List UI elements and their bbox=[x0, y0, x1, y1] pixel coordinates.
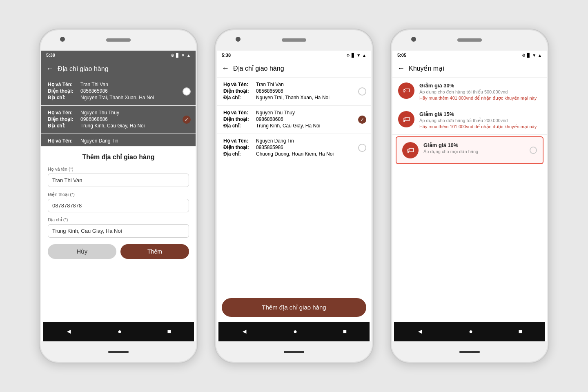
address-card-1-1[interactable]: Họ và Tên: Tran Thi Van Điện thoại: 0856… bbox=[41, 78, 196, 106]
label-name-1-1: Họ và Tên: bbox=[48, 82, 80, 87]
screen-3: 5:05 ⚙ ▊ ▼ ▲ ← Khuyến mại 🏷 Giảm bbox=[392, 51, 547, 341]
status-bar-2: 5:38 ⚙ ▊ ▼ ▲ bbox=[217, 51, 371, 60]
back-arrow-1[interactable]: ← bbox=[46, 65, 53, 73]
address-row-name-2-3: Họ và Tên: Nguyen Dang Tin bbox=[223, 138, 365, 144]
address-row-phone-1-2: Điện thoại: 0986868686 bbox=[48, 116, 189, 122]
label-addr-2-3: Địa chỉ: bbox=[223, 151, 256, 157]
nav-bar-3: ◄ ● ■ bbox=[394, 322, 545, 341]
address-row-addr-2-1: Địa chỉ: Nguyen Trai, Thanh Xuan, Ha Noi bbox=[223, 95, 365, 100]
nav-recent-2[interactable]: ■ bbox=[343, 328, 347, 335]
promo-title-3-3: Giảm giá 10% bbox=[423, 142, 530, 148]
radio-2-3[interactable] bbox=[358, 144, 366, 152]
home-indicator-3 bbox=[459, 351, 480, 353]
settings-icon-3: ⚙ bbox=[522, 53, 526, 58]
form-input-phone-1[interactable] bbox=[48, 199, 189, 212]
nav-recent-3[interactable]: ■ bbox=[519, 328, 523, 335]
form-input-name-1[interactable] bbox=[48, 174, 189, 187]
status-icons-2: ⚙ ▊ ▼ ▲ bbox=[346, 53, 366, 58]
value-name-2-1: Tran Thi Van bbox=[256, 82, 365, 87]
promo-item-3-2[interactable]: 🏷 Giảm giá 15% Áp dụng cho đơn hàng tối … bbox=[392, 106, 547, 135]
radio-1-2[interactable]: ✓ bbox=[183, 116, 191, 124]
home-indicator-1 bbox=[108, 351, 129, 353]
value-phone-1-2: 0986868686 bbox=[80, 116, 189, 122]
app-bar-1: ← Địa chỉ giao hàng bbox=[41, 60, 196, 78]
status-time-1: 5:39 bbox=[46, 53, 55, 58]
address-row-name-1-1: Họ và Tên: Tran Thi Van bbox=[48, 82, 189, 87]
radio-2-2[interactable]: ✓ bbox=[358, 116, 366, 124]
value-addr-2-3: Chuong Duong, Hoan Kiem, Ha Noi bbox=[256, 151, 365, 157]
phone-3: 5:05 ⚙ ▊ ▼ ▲ ← Khuyến mại 🏷 Giảm bbox=[390, 29, 549, 363]
form-input-addr-1[interactable] bbox=[48, 224, 189, 238]
address-card-1-2[interactable]: Họ và Tên: Nguyen Thu Thuy Điện thoại: 0… bbox=[41, 106, 196, 134]
address-card-2-2[interactable]: Họ và Tên: Nguyen Thu Thuy Điện thoại: 0… bbox=[217, 106, 371, 134]
label-phone-2-2: Điện thoại: bbox=[223, 116, 256, 122]
label-addr-1-1: Địa chỉ: bbox=[48, 95, 80, 100]
label-addr-1-2: Địa chỉ: bbox=[48, 123, 80, 129]
nav-recent-1[interactable]: ■ bbox=[167, 328, 172, 335]
form-label-addr-1: Địa chỉ (*) bbox=[48, 217, 189, 223]
radio-2-1[interactable] bbox=[358, 87, 366, 96]
app-bar-title-2: Địa chỉ giao hàng bbox=[233, 65, 284, 72]
promo-item-3-1[interactable]: 🏷 Giảm giá 30% Áp dụng cho đơn hàng tối … bbox=[392, 78, 547, 106]
label-addr-2-1: Địa chỉ: bbox=[223, 95, 256, 100]
address-row-addr-2-2: Địa chỉ: Trung Kinh, Cau Giay, Ha Noi bbox=[223, 123, 365, 129]
status-icons-3: ⚙ ▊ ▼ ▲ bbox=[522, 53, 542, 58]
address-card-2-3[interactable]: Họ và Tên: Nguyen Dang Tin Điện thoại: 0… bbox=[217, 134, 371, 162]
promo-icon-3-1: 🏷 bbox=[398, 82, 414, 99]
nav-back-3[interactable]: ◄ bbox=[417, 328, 423, 335]
label-name-2-3: Họ và Tên: bbox=[223, 138, 256, 144]
camera-2 bbox=[236, 37, 241, 42]
nav-back-2[interactable]: ◄ bbox=[241, 328, 248, 335]
nav-home-3[interactable]: ● bbox=[469, 328, 473, 335]
form-section-1: Thêm địa chỉ giao hàng Họ và tên (*) Điệ… bbox=[41, 147, 196, 265]
back-arrow-2[interactable]: ← bbox=[222, 64, 229, 73]
label-phone-1-1: Điện thoại: bbox=[48, 88, 80, 94]
promo-item-3-3[interactable]: 🏷 Giảm giá 10% Áp dụng cho mọi đơn hàng bbox=[396, 136, 543, 164]
settings-icon-2: ⚙ bbox=[346, 53, 350, 58]
address-card-2-1[interactable]: Họ và Tên: Tran Thi Van Điện thoại: 0856… bbox=[217, 78, 371, 106]
value-name-1-2: Nguyen Thu Thuy bbox=[80, 110, 189, 116]
nav-home-2[interactable]: ● bbox=[293, 328, 297, 335]
form-title-1: Thêm địa chỉ giao hàng bbox=[48, 153, 189, 161]
signal-icon-3: ▲ bbox=[538, 53, 542, 58]
nav-bar-2: ◄ ● ■ bbox=[218, 322, 370, 341]
phone-1: 5:39 ⚙ ▊ ▼ ▲ ← Địa chỉ giao hàng Họ và T… bbox=[39, 29, 198, 363]
promo-icon-3-3: 🏷 bbox=[402, 142, 419, 158]
status-icons-1: ⚙ ▊ ▼ ▲ bbox=[171, 53, 191, 58]
label-name-2-1: Họ và Tên: bbox=[223, 82, 256, 87]
app-bar-2: ← Địa chỉ giao hàng bbox=[217, 60, 371, 78]
promo-content-3-2: Giảm giá 15% Áp dụng cho đơn hàng tối th… bbox=[419, 111, 541, 129]
label-name-2-2: Họ và Tên: bbox=[223, 110, 256, 116]
address-row-phone-2-1: Điện thoại: 0856865986 bbox=[223, 88, 365, 94]
form-label-phone-1: Điện thoại (*) bbox=[48, 192, 189, 197]
nav-home-1[interactable]: ● bbox=[118, 328, 122, 335]
label-phone-2-3: Điện thoại: bbox=[223, 145, 256, 150]
value-phone-2-1: 0856865986 bbox=[256, 88, 365, 94]
speaker-1 bbox=[106, 38, 131, 42]
cancel-button-1[interactable]: Hủy bbox=[48, 244, 116, 259]
address-row-name-1-3: Họ và Tên: Nguyen Dang Tin bbox=[48, 138, 189, 144]
add-button-1[interactable]: Thêm bbox=[120, 244, 189, 259]
address-row-addr-1-1: Địa chỉ: Nguyen Trai, Thanh Xuan, Ha Noi bbox=[48, 95, 189, 100]
status-time-2: 5:38 bbox=[222, 53, 231, 58]
add-address-button-2[interactable]: Thêm địa chỉ giao hàng bbox=[222, 298, 366, 317]
value-name-2-3: Nguyen Dang Tin bbox=[256, 138, 365, 144]
content-2: Họ và Tên: Tran Thi Van Điện thoại: 0856… bbox=[217, 78, 371, 293]
status-bar-1: 5:39 ⚙ ▊ ▼ ▲ bbox=[41, 51, 196, 60]
address-row-addr-2-3: Địa chỉ: Chuong Duong, Hoan Kiem, Ha Noi bbox=[223, 151, 365, 157]
battery-icon-2: ▊ bbox=[352, 53, 355, 58]
signal-icon-2: ▲ bbox=[362, 53, 366, 58]
value-addr-2-2: Trung Kinh, Cau Giay, Ha Noi bbox=[256, 123, 365, 129]
wifi-icon-1: ▼ bbox=[181, 53, 185, 58]
wifi-icon-2: ▼ bbox=[356, 53, 361, 58]
radio-1-1[interactable] bbox=[183, 87, 191, 96]
label-addr-2-2: Địa chỉ: bbox=[223, 123, 256, 129]
nav-back-1[interactable]: ◄ bbox=[66, 328, 72, 335]
form-label-name-1: Họ và tên (*) bbox=[48, 167, 189, 172]
phone-2: 5:38 ⚙ ▊ ▼ ▲ ← Địa chỉ giao hàng Họ và T… bbox=[214, 29, 374, 363]
value-name-1-3: Nguyen Dang Tin bbox=[80, 138, 189, 144]
home-indicator-2 bbox=[284, 351, 304, 353]
back-arrow-3[interactable]: ← bbox=[397, 64, 405, 73]
promo-radio-3-3[interactable] bbox=[530, 147, 537, 154]
camera-1 bbox=[60, 37, 65, 42]
